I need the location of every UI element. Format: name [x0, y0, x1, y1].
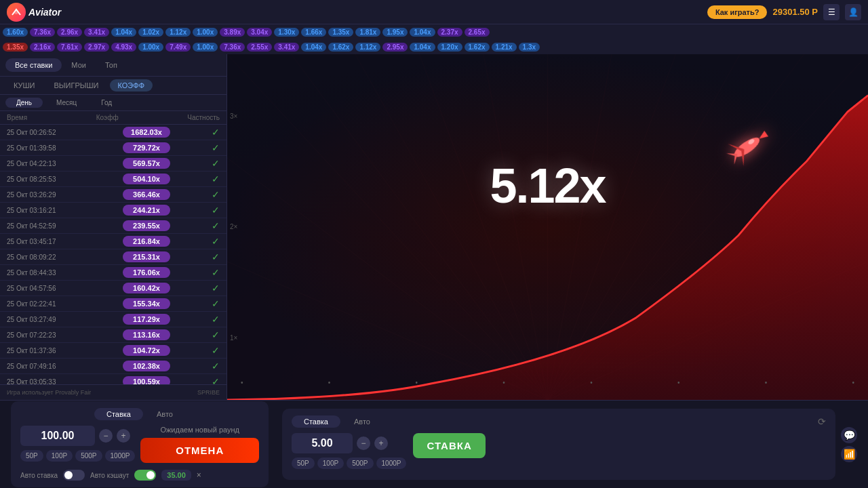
- multiplier-badge[interactable]: 7.36x: [30, 28, 55, 37]
- multiplier-badge[interactable]: 1.35x: [328, 28, 353, 37]
- multiplier-badge[interactable]: 2.65x: [465, 28, 490, 37]
- user-icon-button[interactable]: 👤: [845, 4, 861, 20]
- multiplier-badge[interactable]: 1.04x: [301, 43, 326, 52]
- bet-panel-1-tab[interactable]: Авто: [144, 408, 185, 420]
- top-nav: Aviator Как играть? 29301.50 P ☰ 👤: [0, 0, 868, 24]
- bet-quick-button-1[interactable]: 100Р: [46, 450, 73, 462]
- multiplier-badge[interactable]: 1.00x: [138, 43, 163, 52]
- sidebar-time-tab[interactable]: День: [5, 98, 43, 108]
- multiplier-badge[interactable]: 4.93x: [111, 43, 136, 52]
- sidebar-tab[interactable]: Мои: [62, 58, 96, 72]
- cancel-button[interactable]: ОТМЕНА: [140, 438, 259, 463]
- multiplier-badge[interactable]: 2.97x: [84, 43, 109, 52]
- x-label: •: [241, 379, 243, 386]
- multiplier-badge[interactable]: 2.95x: [382, 43, 408, 52]
- multiplier-badge[interactable]: 3.04x: [247, 28, 272, 37]
- bet-amount-row-1: − +: [20, 426, 135, 446]
- multiplier-badge[interactable]: 1.62x: [465, 43, 490, 52]
- multiplier-badge[interactable]: 1.60x: [3, 28, 28, 37]
- multiplier-badge[interactable]: 1.04x: [410, 28, 435, 37]
- sidebar-tab[interactable]: Все ставки: [5, 58, 62, 72]
- multiplier-badge[interactable]: 2.16x: [30, 43, 55, 52]
- row-time: 25 Окт 08:25:53: [7, 176, 81, 183]
- bet-quick-button-2[interactable]: 100Р: [317, 458, 344, 469]
- auto-stavka-toggle[interactable]: [63, 470, 85, 481]
- bet-minus-button-1[interactable]: −: [99, 429, 113, 443]
- x-label: •: [590, 379, 593, 386]
- multiplier-badge[interactable]: 1.35x: [3, 43, 28, 52]
- bet-panel-1-tab[interactable]: Ставка: [94, 408, 143, 420]
- bet-quick-button-2[interactable]: 50Р: [292, 458, 315, 469]
- row-time: 25 Окт 07:22:23: [7, 331, 81, 339]
- bet-panel-2-tab[interactable]: Ставка: [292, 415, 340, 428]
- menu-icon-button[interactable]: ☰: [823, 4, 840, 20]
- waiting-text: Ожидаем новый раунд: [140, 426, 259, 434]
- multiplier-badge[interactable]: 7.61x: [57, 43, 82, 52]
- multiplier-badge[interactable]: 1.02x: [138, 28, 163, 37]
- bet-amount-input-1[interactable]: [20, 426, 95, 446]
- multiplier-badge[interactable]: 2.96x: [57, 28, 82, 37]
- bet-plus-button-2[interactable]: +: [374, 436, 388, 450]
- sidebar-tab[interactable]: Топ: [96, 58, 127, 72]
- row-coeff: 244.21x: [123, 205, 170, 216]
- multiplier-badge[interactable]: 1.30x: [274, 28, 299, 37]
- bet-panel-2-tab[interactable]: Авто: [342, 415, 382, 428]
- multiplier-badge[interactable]: 1.62x: [328, 43, 353, 52]
- bet-amount-input-2[interactable]: [292, 433, 353, 453]
- main-layout: Все ставкиМоиТоп КУШИВЫИГРЫШИКОЭФФ ДеньМ…: [0, 54, 868, 400]
- bet-quick-btns-1: 50Р100Р500Р1000Р: [20, 450, 135, 462]
- multiplier-badge[interactable]: 1.04x: [410, 43, 435, 52]
- row-coeff: 729.72x: [123, 142, 170, 153]
- multiplier-badge[interactable]: 1.3x: [519, 43, 540, 52]
- table-row: 25 Окт 08:25:53504.10x✓: [0, 171, 226, 187]
- multiplier-badge[interactable]: 1.81x: [355, 28, 380, 37]
- bet-minus-button-2[interactable]: −: [357, 436, 370, 450]
- bet-panel-1: СтавкаАвто − + 50Р100Р500Р1000Р Ожидаем …: [11, 401, 269, 487]
- row-coeff: 504.10x: [123, 174, 170, 184]
- how-to-play-button[interactable]: Как играть?: [707, 5, 768, 19]
- sidebar-sub-tab[interactable]: КОЭФФ: [110, 79, 153, 92]
- multiplier-badge[interactable]: 2.55x: [247, 43, 272, 52]
- multiplier-badge[interactable]: 1.00x: [193, 28, 218, 37]
- bet-quick-button-2[interactable]: 1000Р: [376, 458, 407, 469]
- multiplier-badge[interactable]: 1.12x: [165, 28, 191, 37]
- multiplier-badge[interactable]: 1.04x: [111, 28, 136, 37]
- bet-plus-button-1[interactable]: +: [117, 429, 130, 443]
- row-status: ✓: [212, 174, 220, 184]
- game-multiplier: 5.12x: [490, 158, 605, 214]
- multiplier-badge[interactable]: 3.89x: [220, 28, 245, 37]
- sidebar-time-tab[interactable]: Год: [90, 98, 123, 108]
- refresh-icon[interactable]: ⟳: [818, 416, 826, 427]
- multiplier-badge[interactable]: 1.95x: [382, 28, 408, 37]
- table-row: 25 Окт 07:49:16102.38x✓: [0, 359, 226, 374]
- multiplier-badge[interactable]: 1.21x: [492, 43, 517, 52]
- multiplier-badge[interactable]: 3.41x: [84, 28, 109, 37]
- multiplier-badge[interactable]: 3.41x: [274, 43, 299, 52]
- sidebar-sub-tab[interactable]: КУШИ: [5, 79, 43, 92]
- sidebar-time-tab[interactable]: Месяц: [45, 98, 87, 108]
- multiplier-badge[interactable]: 1.66x: [301, 28, 326, 37]
- bet-quick-button-2[interactable]: 500Р: [347, 458, 373, 469]
- multiplier-badge[interactable]: 1.20x: [437, 43, 462, 52]
- bet-quick-button-1[interactable]: 500Р: [75, 450, 102, 462]
- auto-cashout-toggle[interactable]: [134, 470, 156, 481]
- multiplier-badge[interactable]: 1.12x: [355, 43, 380, 52]
- table-row: 25 Окт 04:57:56160.42x✓: [0, 281, 226, 296]
- stake-button[interactable]: СТАВКА: [413, 433, 485, 458]
- multiplier-badge[interactable]: 7.36x: [220, 43, 245, 52]
- bet-quick-button-1[interactable]: 1000Р: [105, 450, 136, 462]
- multiplier-badge[interactable]: 1.00x: [193, 43, 218, 52]
- chat-icon-button[interactable]: 💬: [841, 427, 857, 443]
- wifi-icon-button[interactable]: 📶: [841, 446, 857, 462]
- sidebar-sub-tab[interactable]: ВЫИГРЫШИ: [46, 79, 107, 92]
- table-row: 25 Окт 04:22:13569.57x✓: [0, 156, 226, 171]
- multiplier-badge[interactable]: 2.37x: [437, 28, 462, 37]
- bet-quick-button-1[interactable]: 50Р: [20, 450, 43, 462]
- provably-fair-text: Игра использует Provably Fair: [7, 389, 91, 396]
- multiplier-badge[interactable]: 7.49x: [165, 43, 191, 52]
- auto-cashout-close[interactable]: ×: [197, 470, 201, 480]
- row-time: 25 Окт 04:22:13: [7, 160, 81, 167]
- row-coeff: 155.34x: [123, 298, 170, 309]
- table-row: 25 Окт 03:27:49117.29x✓: [0, 312, 226, 327]
- row-status: ✓: [212, 127, 220, 138]
